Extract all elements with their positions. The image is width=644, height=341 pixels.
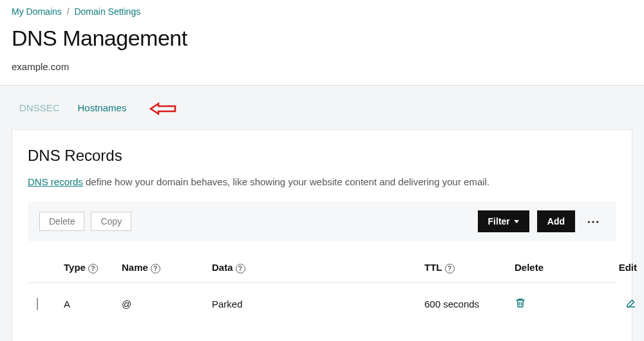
help-icon[interactable]: ? (88, 264, 98, 273)
breadcrumb-separator: / (67, 6, 70, 17)
card-description-text: define how your domain behaves, like sho… (83, 176, 489, 187)
row-edit-button[interactable] (579, 297, 637, 311)
help-icon[interactable]: ? (236, 264, 245, 273)
card-title: DNS Records (28, 147, 616, 165)
dns-records-card: DNS Records DNS records define how your … (12, 129, 632, 341)
card-description: DNS records define how your domain behav… (28, 176, 616, 187)
add-button[interactable]: Add (537, 210, 575, 232)
col-name: Name? (122, 262, 212, 273)
tab-hostnames[interactable]: Hostnames (78, 102, 127, 113)
col-edit: Edit (579, 262, 637, 273)
filter-label: Filter (488, 216, 510, 226)
more-menu-icon[interactable]: ⋯ (583, 214, 605, 229)
tab-dnssec[interactable]: DNSSEC (19, 102, 60, 113)
breadcrumb-my-domains[interactable]: My Domains (12, 6, 62, 17)
cell-type: A (64, 299, 122, 309)
page-title: DNS Management (12, 26, 632, 51)
copy-button[interactable]: Copy (91, 212, 131, 231)
col-type: Type? (64, 262, 122, 273)
tabs: DNSSEC Hostnames (12, 101, 632, 129)
breadcrumb-domain-settings[interactable]: Domain Settings (74, 6, 140, 17)
delete-button[interactable]: Delete (39, 212, 84, 231)
domain-name: example.com (12, 61, 632, 72)
table-header: Type? Name? Data? TTL? Delete Edit (28, 253, 616, 283)
dns-records-link[interactable]: DNS records (28, 176, 83, 187)
col-delete: Delete (515, 262, 579, 273)
help-icon[interactable]: ? (445, 264, 455, 273)
annotation-arrow-icon (149, 101, 171, 114)
chevron-down-icon (514, 220, 519, 223)
row-checkbox[interactable] (37, 298, 38, 310)
cell-ttl: 600 seconds (424, 299, 515, 309)
table-row: A @ Parked 600 seconds (28, 283, 616, 325)
breadcrumb: My Domains / Domain Settings (12, 6, 632, 17)
filter-button[interactable]: Filter (478, 210, 529, 232)
cell-data: Parked (212, 299, 424, 309)
col-data: Data? (212, 262, 424, 273)
records-toolbar: Delete Copy Filter Add ⋯ (28, 201, 616, 241)
row-delete-button[interactable] (515, 297, 579, 311)
cell-name: @ (122, 299, 212, 309)
col-ttl: TTL? (424, 262, 515, 273)
help-icon[interactable]: ? (151, 264, 160, 273)
